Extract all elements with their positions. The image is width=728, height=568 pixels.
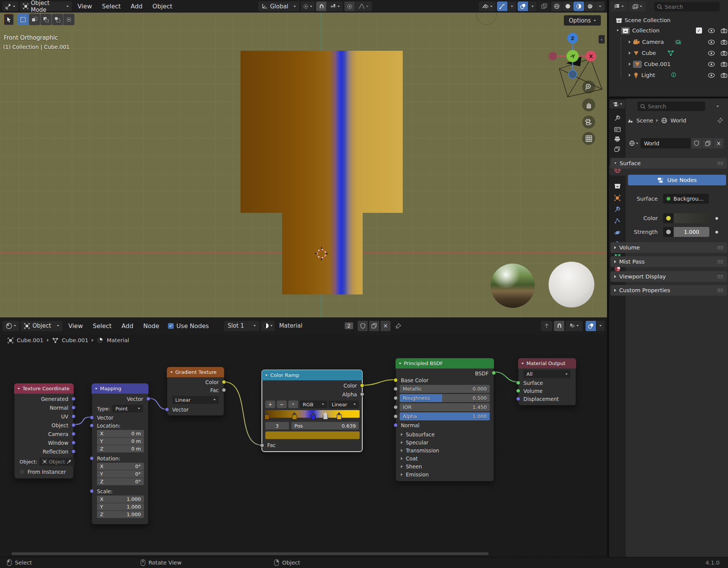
mode-dropdown[interactable]: Object Mode bbox=[20, 2, 72, 11]
expand-icon[interactable] bbox=[629, 63, 631, 66]
zoom-button[interactable] bbox=[582, 80, 595, 93]
render-camera-icon[interactable] bbox=[721, 72, 727, 78]
pin-icon[interactable] bbox=[395, 323, 402, 329]
socket-out-vector[interactable] bbox=[146, 397, 150, 401]
ramp-color-swatch[interactable] bbox=[265, 431, 360, 439]
select-difference-button[interactable] bbox=[63, 14, 74, 25]
active-tool-button[interactable] bbox=[4, 14, 14, 25]
pivot-point-button[interactable] bbox=[301, 2, 315, 11]
node-mapping[interactable]: Mapping Vector Type: Point Vector Locati… bbox=[92, 383, 149, 525]
node-principled-bsdf[interactable]: Principled BSDF BSDF Base Color Metallic… bbox=[395, 358, 494, 481]
node-gradient-texture[interactable]: Gradient Texture Color Fac Linear Vector bbox=[167, 367, 224, 416]
node-texture-coordinate[interactable]: Texture Coordinate Generated Normal UV O… bbox=[14, 383, 74, 479]
expand-icon[interactable] bbox=[629, 51, 631, 55]
expand-icon[interactable] bbox=[629, 74, 631, 77]
color-stop-handle[interactable] bbox=[311, 415, 316, 420]
shader-menu-select[interactable]: Select bbox=[89, 322, 116, 330]
shader-snap-dropdown[interactable] bbox=[566, 321, 583, 331]
scale-x-field[interactable]: X1.000 bbox=[97, 496, 144, 503]
shading-solid-button[interactable] bbox=[562, 2, 573, 11]
color-stop-handle-active[interactable] bbox=[323, 415, 328, 420]
camera-view-button[interactable] bbox=[582, 116, 595, 129]
panel-grip-icon[interactable] bbox=[717, 161, 723, 165]
hdri-preview-sphere[interactable] bbox=[491, 264, 535, 308]
eye-icon[interactable] bbox=[708, 51, 715, 56]
shading-material-button[interactable] bbox=[573, 2, 584, 11]
snap-settings-dropdown[interactable] bbox=[327, 2, 343, 11]
socket-in-rotation[interactable] bbox=[90, 456, 94, 460]
select-extend-button[interactable] bbox=[29, 14, 40, 25]
color-stop-handle[interactable] bbox=[337, 415, 342, 420]
navigation-gizmo[interactable]: Z X -Y bbox=[548, 32, 607, 84]
render-camera-icon[interactable] bbox=[721, 39, 727, 45]
from-instancer-checkbox[interactable] bbox=[19, 469, 25, 475]
socket-in-location[interactable] bbox=[90, 423, 94, 428]
properties-options-dropdown[interactable] bbox=[712, 101, 723, 111]
strength-animate-dot[interactable] bbox=[715, 231, 718, 233]
socket-in-roughness[interactable] bbox=[394, 396, 398, 400]
outliner-filter-button[interactable] bbox=[629, 2, 646, 11]
socket-in-surface[interactable] bbox=[516, 381, 520, 385]
ramp-index-field[interactable]: 3 bbox=[265, 422, 289, 430]
world-unlink-button[interactable]: × bbox=[713, 138, 724, 148]
tab-tool[interactable] bbox=[609, 113, 626, 124]
collection-expand-icon[interactable] bbox=[617, 30, 619, 31]
socket-in-normal[interactable] bbox=[394, 423, 398, 427]
socket-out-object[interactable] bbox=[71, 423, 76, 427]
options-dropdown[interactable]: Options bbox=[564, 15, 601, 26]
panel-grip-icon[interactable] bbox=[717, 288, 723, 292]
scale-y-field[interactable]: Y1.000 bbox=[97, 503, 144, 510]
menu-add[interactable]: Add bbox=[126, 3, 147, 10]
outliner-row-camera[interactable]: Camera bbox=[629, 37, 727, 47]
properties-editor-type-button[interactable] bbox=[610, 100, 625, 108]
rotation-y-field[interactable]: Y0° bbox=[97, 470, 144, 478]
socket-out-uv[interactable] bbox=[71, 414, 76, 418]
material-browse-button[interactable] bbox=[261, 321, 274, 331]
material-users-badge[interactable]: 2 bbox=[345, 322, 354, 329]
breadcrumb-world[interactable]: World bbox=[670, 117, 686, 124]
shading-rendered-button[interactable] bbox=[584, 2, 595, 11]
socket-in-ior[interactable] bbox=[394, 405, 398, 409]
surface-value-dropdown[interactable]: Backgrou... bbox=[663, 194, 709, 204]
proportional-edit-button[interactable] bbox=[344, 2, 355, 11]
socket-in-vector[interactable] bbox=[165, 407, 169, 412]
snap-toggle-button[interactable] bbox=[316, 2, 326, 11]
node-material-output[interactable]: Material Output All Surface Volume Displ… bbox=[518, 358, 576, 405]
world-name-field[interactable]: World bbox=[641, 138, 691, 148]
unlink-material-button[interactable]: × bbox=[381, 321, 391, 331]
outliner-row-light[interactable]: Light bbox=[629, 70, 727, 80]
mist-pass-panel-header[interactable]: Mist Pass bbox=[610, 256, 727, 267]
location-x-field[interactable]: X0 m bbox=[97, 430, 144, 437]
ramp-remove-button[interactable]: − bbox=[277, 401, 287, 408]
object-picker[interactable]: Object bbox=[39, 458, 74, 466]
rotation-x-field[interactable]: X0° bbox=[97, 463, 144, 470]
overlays-toggle[interactable] bbox=[518, 2, 528, 11]
socket-out-normal[interactable] bbox=[71, 405, 76, 410]
shader-editor-type-button[interactable] bbox=[2, 321, 19, 331]
shading-dropdown[interactable] bbox=[596, 2, 605, 11]
outliner-row-cube-001[interactable]: Cube.001 bbox=[629, 59, 727, 69]
ramp-pos-field[interactable]: Pos0.639 bbox=[291, 422, 359, 430]
socket-in-metallic[interactable] bbox=[394, 387, 398, 391]
eyedropper-icon[interactable] bbox=[67, 459, 71, 464]
shader-hscrollbar[interactable] bbox=[11, 552, 489, 555]
tab-collection[interactable] bbox=[609, 180, 626, 191]
ior-slider[interactable]: IOR1.450 bbox=[400, 403, 490, 411]
use-nodes-button[interactable]: Use Nodes bbox=[628, 175, 726, 185]
material-name-field[interactable]: Material 2 bbox=[276, 321, 356, 331]
visibility-dropdown[interactable] bbox=[479, 2, 496, 11]
shader-menu-node[interactable]: Node bbox=[139, 322, 163, 330]
menu-select[interactable]: Select bbox=[98, 3, 125, 10]
outliner-row-cube[interactable]: Cube bbox=[629, 48, 727, 58]
color-stop-handle[interactable] bbox=[292, 415, 297, 420]
output-target-dropdown[interactable]: All bbox=[523, 370, 571, 378]
ramp-gradient-bar[interactable] bbox=[265, 410, 360, 418]
strength-slider[interactable]: 1.000 bbox=[674, 227, 709, 237]
xray-toggle[interactable] bbox=[538, 2, 550, 11]
ramp-mode-dropdown[interactable]: RGB bbox=[300, 401, 327, 408]
render-camera-icon[interactable] bbox=[721, 28, 727, 33]
panel-grip-icon[interactable] bbox=[717, 246, 723, 249]
mapping-type-dropdown[interactable]: Point bbox=[112, 405, 143, 412]
white-preview-sphere[interactable] bbox=[549, 262, 594, 307]
tab-view-layer[interactable] bbox=[609, 143, 626, 154]
